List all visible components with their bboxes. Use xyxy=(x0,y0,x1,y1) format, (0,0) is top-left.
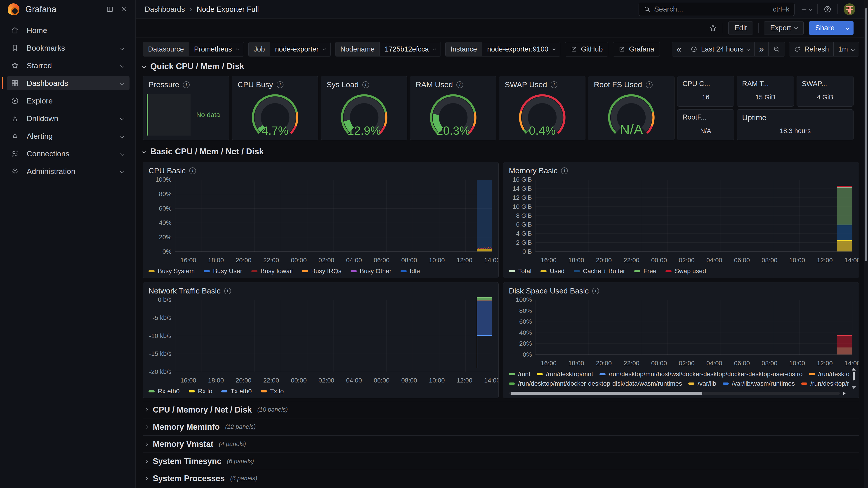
collapsed-section-row[interactable]: Memory Meminfo (12 panels) xyxy=(143,418,859,435)
time-range-picker[interactable]: Last 24 hours xyxy=(686,42,754,56)
refresh-button[interactable]: Refresh xyxy=(789,42,834,56)
search-box[interactable]: ctrl+k xyxy=(639,3,795,16)
time-shift-forward-button[interactable]: » xyxy=(754,42,769,56)
collapsed-section-count: (10 panels) xyxy=(257,406,288,413)
chevron-down-icon[interactable] xyxy=(120,46,124,50)
time-shift-back-button[interactable]: « xyxy=(672,42,686,56)
sidebar-item[interactable]: Starred xyxy=(7,59,129,72)
scroll-down-icon[interactable] xyxy=(852,386,856,389)
share-button[interactable]: Share xyxy=(809,21,841,35)
legend-item[interactable]: Idle xyxy=(401,267,420,275)
legend-item[interactable]: /run/desktop/mnt/docker-desktop-disk/dat… xyxy=(509,380,682,387)
sidebar-item[interactable]: Home xyxy=(7,23,129,37)
help-button[interactable] xyxy=(824,5,832,13)
collapsed-section-row[interactable]: CPU / Memory / Net / Disk (10 panels) xyxy=(143,401,859,418)
info-icon[interactable] xyxy=(277,81,283,88)
sidebar-item[interactable]: Administration xyxy=(7,164,129,178)
legend-item[interactable]: Busy User xyxy=(204,267,242,275)
info-icon[interactable] xyxy=(551,81,557,88)
collapsed-section-row[interactable]: Memory Vmstat (4 panels) xyxy=(143,435,859,453)
close-sidebar-icon[interactable] xyxy=(121,6,128,13)
info-icon[interactable] xyxy=(362,81,369,88)
new-dashboard-button[interactable] xyxy=(800,6,811,13)
legend-item[interactable]: Busy Other xyxy=(350,267,392,275)
info-icon[interactable] xyxy=(224,288,231,294)
scrollbar-thumb[interactable] xyxy=(865,8,867,261)
network-rx-eth0-area xyxy=(477,297,492,300)
chevron-down-icon[interactable] xyxy=(120,116,124,121)
legend-item[interactable]: /run/desktop/m xyxy=(809,370,849,378)
info-icon[interactable] xyxy=(646,81,653,88)
sidebar-item[interactable]: Alerting xyxy=(7,129,129,143)
legend-item[interactable]: /var/lib/wasm/runtimes xyxy=(723,380,795,387)
disk-legend-row: /run/desktop/mnt/docker-desktop-disk/dat… xyxy=(509,380,849,387)
legend-item[interactable]: Rx eth0 xyxy=(149,388,180,395)
refresh-interval-dropdown[interactable]: 1m xyxy=(834,42,859,56)
zoom-out-time-button[interactable] xyxy=(769,42,785,56)
sidebar-item[interactable]: Drilldown xyxy=(7,111,129,125)
chevron-down-icon[interactable] xyxy=(120,134,124,138)
chevron-down-icon[interactable] xyxy=(120,81,124,85)
sidebar-item[interactable]: Explore xyxy=(7,94,129,108)
series-label: /run/desktop/mnt/h xyxy=(810,380,849,387)
info-icon[interactable] xyxy=(183,81,190,88)
legend-item[interactable]: Tx eth0 xyxy=(221,388,252,395)
legend-item[interactable]: /run/desktop/mnt/host/wsl/docker-desktop… xyxy=(599,370,803,378)
scrollbar-thumb[interactable] xyxy=(510,392,702,395)
dock-sidebar-icon[interactable] xyxy=(106,5,114,13)
section-quick-header[interactable]: Quick CPU / Mem / Disk xyxy=(143,60,859,73)
legend-item[interactable]: Cache + Buffer xyxy=(574,267,625,275)
dashboard-link-button[interactable]: GitHub xyxy=(565,42,608,57)
scroll-up-icon[interactable] xyxy=(852,368,856,370)
legend-item[interactable]: /run/desktop/mnt/h xyxy=(801,380,849,387)
legend-item[interactable]: Busy Iowait xyxy=(251,267,293,275)
panel-title: Root FS Used xyxy=(594,80,642,89)
chevron-down-icon[interactable] xyxy=(120,64,124,68)
legend-item[interactable]: Tx lo xyxy=(261,388,284,395)
variable-dropdown[interactable]: Job node-exporter xyxy=(248,42,331,57)
search-input[interactable] xyxy=(654,5,769,13)
basic-charts-grid: CPU Basic 100%80%60%40%20%0% 16:0018:002… xyxy=(143,162,859,398)
variable-dropdown[interactable]: Datasource Prometheus xyxy=(143,42,244,57)
sidebar-item[interactable]: Bookmarks xyxy=(7,41,129,55)
info-icon[interactable] xyxy=(592,288,599,294)
share-split-button[interactable]: Share xyxy=(809,21,854,35)
star-outline-icon[interactable] xyxy=(709,24,717,32)
legend-item[interactable]: /run/desktop/mnt xyxy=(537,370,593,378)
breadcrumb: Dashboards › Node Exporter Full xyxy=(145,4,259,14)
legend-item[interactable]: Busy System xyxy=(149,267,195,275)
legend-item[interactable]: Used xyxy=(540,267,564,275)
legend-item[interactable]: /mnt xyxy=(509,370,530,378)
info-icon[interactable] xyxy=(456,81,463,88)
legend-item[interactable]: /var/lib xyxy=(688,380,716,387)
legend-item[interactable]: Total xyxy=(509,267,531,275)
info-icon[interactable] xyxy=(561,167,568,174)
legend-item[interactable]: Rx lo xyxy=(189,388,213,395)
edit-button[interactable]: Edit xyxy=(728,21,753,35)
variable-dropdown[interactable]: Nodename 1725b12efcca xyxy=(335,42,441,57)
chevron-down-icon[interactable] xyxy=(120,152,124,156)
legend-item[interactable]: Busy IRQs xyxy=(302,267,342,275)
legend-item[interactable]: Swap used xyxy=(665,267,706,275)
chevron-down-icon[interactable] xyxy=(120,169,124,173)
collapsed-section-row[interactable]: System Timesync (6 panels) xyxy=(143,453,859,470)
legend-horizontal-scrollbar[interactable] xyxy=(509,392,840,395)
dashboard-link-button[interactable]: Grafana xyxy=(613,42,660,57)
variable-dropdown[interactable]: Instance node-exporter:9100 xyxy=(445,42,560,57)
legend-vertical-scrollbar[interactable] xyxy=(852,368,856,389)
breadcrumb-parent[interactable]: Dashboards xyxy=(145,5,185,13)
legend-item[interactable]: Free xyxy=(634,267,657,275)
share-menu-button[interactable] xyxy=(841,21,854,35)
section-basic-header[interactable]: Basic CPU / Mem / Net / Disk xyxy=(143,145,859,158)
external-link-icon xyxy=(618,46,625,53)
collapsed-section-row[interactable]: System Processes (6 panels) xyxy=(143,470,859,487)
scrollbar-thumb[interactable] xyxy=(852,372,855,381)
sidebar-item[interactable]: Connections xyxy=(7,147,129,161)
page-scrollbar[interactable] xyxy=(864,0,868,488)
avatar[interactable] xyxy=(844,3,855,15)
sidebar-item[interactable]: Dashboards xyxy=(7,76,129,90)
section-title: Quick CPU / Mem / Disk xyxy=(150,62,244,71)
export-button[interactable]: Export xyxy=(764,21,803,35)
scroll-right-icon[interactable] xyxy=(843,392,846,395)
info-icon[interactable] xyxy=(189,167,196,174)
